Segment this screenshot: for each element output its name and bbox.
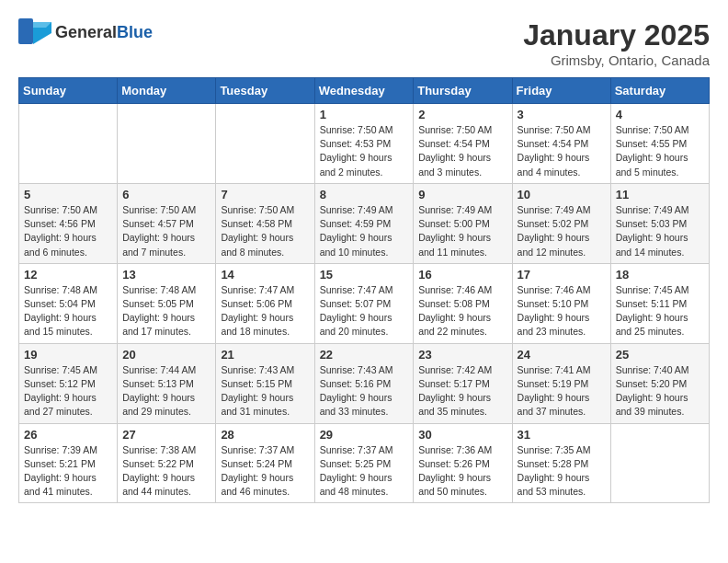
day-info: Sunrise: 7:47 AM Sunset: 5:07 PM Dayligh…: [320, 283, 409, 339]
day-info: Sunrise: 7:35 AM Sunset: 5:28 PM Dayligh…: [518, 443, 606, 500]
day-cell: 12Sunrise: 7:48 AM Sunset: 5:04 PM Dayli…: [19, 263, 118, 343]
day-cell: 21Sunrise: 7:43 AM Sunset: 5:15 PM Dayli…: [216, 343, 314, 423]
day-number: 2: [418, 108, 506, 121]
calendar-table: SundayMondayTuesdayWednesdayThursdayFrid…: [18, 77, 710, 503]
day-cell: 19Sunrise: 7:45 AM Sunset: 5:12 PM Dayli…: [19, 343, 118, 423]
day-cell: 1Sunrise: 7:50 AM Sunset: 4:53 PM Daylig…: [314, 104, 414, 184]
day-info: Sunrise: 7:43 AM Sunset: 5:16 PM Dayligh…: [320, 363, 409, 419]
day-info: Sunrise: 7:45 AM Sunset: 5:12 PM Dayligh…: [24, 363, 112, 419]
day-cell: 7Sunrise: 7:50 AM Sunset: 4:58 PM Daylig…: [216, 183, 314, 263]
day-info: Sunrise: 7:40 AM Sunset: 5:20 PM Dayligh…: [616, 363, 704, 419]
day-number: 19: [24, 348, 112, 362]
day-number: 27: [122, 428, 210, 442]
day-info: Sunrise: 7:50 AM Sunset: 4:53 PM Dayligh…: [320, 123, 409, 179]
day-number: 3: [518, 108, 606, 121]
day-info: Sunrise: 7:48 AM Sunset: 5:04 PM Dayligh…: [24, 283, 112, 339]
week-row-2: 5Sunrise: 7:50 AM Sunset: 4:56 PM Daylig…: [19, 183, 710, 263]
day-cell: 27Sunrise: 7:38 AM Sunset: 5:22 PM Dayli…: [118, 423, 216, 503]
day-info: Sunrise: 7:36 AM Sunset: 5:26 PM Dayligh…: [418, 443, 506, 500]
day-info: Sunrise: 7:41 AM Sunset: 5:19 PM Dayligh…: [518, 363, 606, 419]
calendar-header: SundayMondayTuesdayWednesdayThursdayFrid…: [19, 78, 710, 104]
svg-rect-0: [18, 18, 33, 44]
day-info: Sunrise: 7:38 AM Sunset: 5:22 PM Dayligh…: [122, 443, 210, 500]
day-info: Sunrise: 7:50 AM Sunset: 4:54 PM Dayligh…: [418, 123, 506, 179]
day-cell: [118, 104, 216, 184]
day-cell: 29Sunrise: 7:37 AM Sunset: 5:25 PM Dayli…: [314, 423, 414, 503]
day-cell: 25Sunrise: 7:40 AM Sunset: 5:20 PM Dayli…: [610, 343, 709, 423]
day-info: Sunrise: 7:50 AM Sunset: 4:54 PM Dayligh…: [518, 123, 606, 179]
day-info: Sunrise: 7:50 AM Sunset: 4:55 PM Dayligh…: [616, 123, 704, 179]
day-info: Sunrise: 7:50 AM Sunset: 4:56 PM Dayligh…: [24, 203, 112, 259]
day-cell: [610, 423, 709, 503]
day-number: 25: [616, 348, 704, 362]
day-cell: 3Sunrise: 7:50 AM Sunset: 4:54 PM Daylig…: [512, 104, 610, 184]
header-day-saturday: Saturday: [610, 78, 709, 104]
day-cell: 30Sunrise: 7:36 AM Sunset: 5:26 PM Dayli…: [414, 423, 512, 503]
day-number: 17: [518, 268, 606, 282]
day-number: 5: [24, 188, 112, 201]
day-cell: 24Sunrise: 7:41 AM Sunset: 5:19 PM Dayli…: [512, 343, 610, 423]
day-cell: 22Sunrise: 7:43 AM Sunset: 5:16 PM Dayli…: [314, 343, 414, 423]
day-number: 13: [122, 268, 210, 282]
day-info: Sunrise: 7:50 AM Sunset: 4:58 PM Dayligh…: [221, 203, 309, 259]
day-number: 18: [616, 268, 704, 282]
day-number: 16: [418, 268, 506, 282]
day-info: Sunrise: 7:47 AM Sunset: 5:06 PM Dayligh…: [221, 283, 309, 339]
header-day-wednesday: Wednesday: [314, 78, 414, 104]
logo-text-general: General: [55, 23, 117, 42]
day-cell: 26Sunrise: 7:39 AM Sunset: 5:21 PM Dayli…: [19, 423, 118, 503]
day-cell: 6Sunrise: 7:50 AM Sunset: 4:57 PM Daylig…: [118, 183, 216, 263]
week-row-3: 12Sunrise: 7:48 AM Sunset: 5:04 PM Dayli…: [19, 263, 710, 343]
day-number: 30: [418, 428, 506, 442]
day-cell: 23Sunrise: 7:42 AM Sunset: 5:17 PM Dayli…: [414, 343, 512, 423]
day-info: Sunrise: 7:46 AM Sunset: 5:08 PM Dayligh…: [418, 283, 506, 339]
day-cell: 15Sunrise: 7:47 AM Sunset: 5:07 PM Dayli…: [314, 263, 414, 343]
day-number: 26: [24, 428, 112, 442]
day-number: 23: [418, 348, 506, 362]
day-info: Sunrise: 7:37 AM Sunset: 5:25 PM Dayligh…: [320, 443, 409, 500]
day-number: 28: [221, 428, 309, 442]
header-day-tuesday: Tuesday: [216, 78, 314, 104]
week-row-1: 1Sunrise: 7:50 AM Sunset: 4:53 PM Daylig…: [19, 104, 710, 184]
day-number: 24: [518, 348, 606, 362]
day-cell: [216, 104, 314, 184]
day-cell: [19, 104, 118, 184]
header-day-sunday: Sunday: [19, 78, 118, 104]
day-cell: 10Sunrise: 7:49 AM Sunset: 5:02 PM Dayli…: [512, 183, 610, 263]
day-number: 9: [418, 188, 506, 201]
day-cell: 17Sunrise: 7:46 AM Sunset: 5:10 PM Dayli…: [512, 263, 610, 343]
day-number: 8: [320, 188, 409, 201]
logo-icon: [18, 18, 51, 46]
day-number: 29: [320, 428, 409, 442]
day-info: Sunrise: 7:37 AM Sunset: 5:24 PM Dayligh…: [221, 443, 309, 500]
header-day-thursday: Thursday: [414, 78, 512, 104]
day-cell: 18Sunrise: 7:45 AM Sunset: 5:11 PM Dayli…: [610, 263, 709, 343]
logo: General Blue: [18, 18, 153, 46]
week-row-5: 26Sunrise: 7:39 AM Sunset: 5:21 PM Dayli…: [19, 423, 710, 503]
day-cell: 14Sunrise: 7:47 AM Sunset: 5:06 PM Dayli…: [216, 263, 314, 343]
day-cell: 31Sunrise: 7:35 AM Sunset: 5:28 PM Dayli…: [512, 423, 610, 503]
day-info: Sunrise: 7:49 AM Sunset: 5:02 PM Dayligh…: [518, 203, 606, 259]
day-info: Sunrise: 7:49 AM Sunset: 5:00 PM Dayligh…: [418, 203, 506, 259]
day-number: 21: [221, 348, 309, 362]
day-info: Sunrise: 7:46 AM Sunset: 5:10 PM Dayligh…: [518, 283, 606, 339]
day-info: Sunrise: 7:49 AM Sunset: 4:59 PM Dayligh…: [320, 203, 409, 259]
day-number: 31: [518, 428, 606, 442]
day-cell: 8Sunrise: 7:49 AM Sunset: 4:59 PM Daylig…: [314, 183, 414, 263]
day-cell: 9Sunrise: 7:49 AM Sunset: 5:00 PM Daylig…: [414, 183, 512, 263]
day-info: Sunrise: 7:50 AM Sunset: 4:57 PM Dayligh…: [122, 203, 210, 259]
location: Grimsby, Ontario, Canada: [523, 52, 710, 68]
day-number: 7: [221, 188, 309, 201]
day-number: 14: [221, 268, 309, 282]
calendar-body: 1Sunrise: 7:50 AM Sunset: 4:53 PM Daylig…: [19, 104, 710, 503]
day-cell: 5Sunrise: 7:50 AM Sunset: 4:56 PM Daylig…: [19, 183, 118, 263]
day-number: 12: [24, 268, 112, 282]
title-block: January 2025 Grimsby, Ontario, Canada: [523, 18, 710, 68]
day-cell: 11Sunrise: 7:49 AM Sunset: 5:03 PM Dayli…: [610, 183, 709, 263]
day-cell: 20Sunrise: 7:44 AM Sunset: 5:13 PM Dayli…: [118, 343, 216, 423]
day-number: 6: [122, 188, 210, 201]
day-info: Sunrise: 7:43 AM Sunset: 5:15 PM Dayligh…: [221, 363, 309, 419]
day-cell: 28Sunrise: 7:37 AM Sunset: 5:24 PM Dayli…: [216, 423, 314, 503]
day-number: 11: [616, 188, 704, 201]
header-day-friday: Friday: [512, 78, 610, 104]
